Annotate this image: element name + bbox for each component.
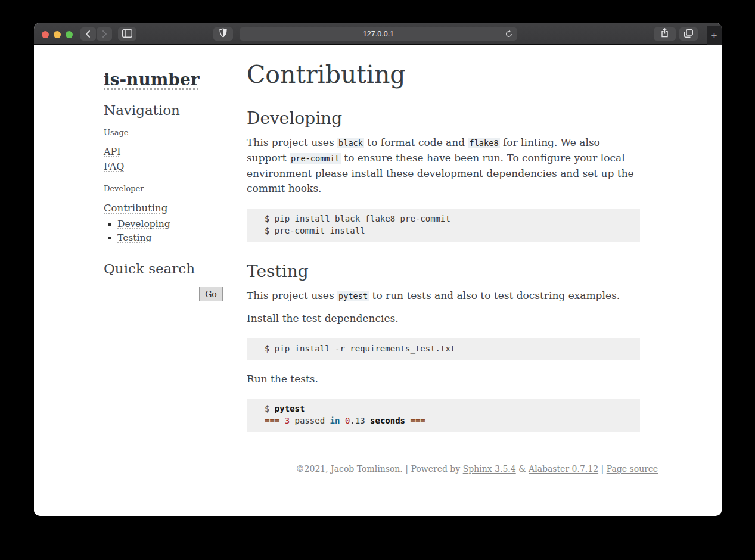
sidebar-item-contributing: Contributing — [104, 201, 223, 216]
new-tab-button[interactable]: + — [707, 26, 722, 45]
inline-code-pre-commit: pre-commit — [290, 153, 341, 164]
text-run: to format code and — [364, 136, 468, 148]
address-bar[interactable]: 127.0.0.1 — [240, 27, 517, 41]
pytest-token: === — [265, 416, 285, 425]
developing-link[interactable]: Developing — [117, 219, 170, 229]
sidebar-item-faq: FAQ — [104, 159, 223, 174]
pytest-token — [340, 416, 344, 425]
project-logo: is-number — [104, 70, 223, 89]
zoom-button[interactable] — [66, 31, 73, 38]
back-button[interactable] — [80, 27, 96, 41]
sidebar-caption-developer: Developer — [104, 184, 223, 193]
tab-overview-button[interactable] — [679, 27, 698, 41]
sphinx-link[interactable]: Sphinx 3.5.4 — [463, 464, 516, 474]
footer-text: | — [598, 464, 607, 474]
sidebar-toggle-button[interactable] — [118, 27, 136, 41]
sidebar-item-testing: Testing — [117, 231, 223, 245]
docs-content: Contributing Developing This project use… — [229, 59, 658, 444]
navigation-heading: Navigation — [104, 102, 223, 118]
forward-button[interactable] — [97, 27, 112, 41]
developing-heading: Developing — [247, 108, 640, 128]
faq-link[interactable]: FAQ — [104, 161, 124, 172]
shield-icon — [219, 28, 227, 40]
contributing-subnav: Developing Testing — [104, 217, 223, 244]
page-source-link[interactable]: Page source — [607, 464, 658, 474]
reload-icon[interactable] — [505, 30, 513, 40]
pytest-token: passed — [290, 416, 330, 425]
pytest-token: seconds — [370, 416, 405, 425]
pytest-token: 3 — [285, 416, 290, 425]
browser-toolbar: 127.0.0.1 + — [34, 23, 722, 45]
inline-code-flake8: flake8 — [468, 138, 499, 148]
install-deps-paragraph: Install the test dependencies. — [247, 311, 640, 326]
plus-icon: + — [711, 30, 717, 42]
inline-code-pytest: pytest — [337, 291, 369, 301]
text-run: This project uses — [247, 290, 337, 301]
text-run: to run tests and also to test docstring … — [369, 290, 620, 301]
code-block-pytest: $ pytest === 3 passed in 0.13 seconds ==… — [247, 399, 640, 432]
share-icon — [661, 28, 669, 40]
share-button[interactable] — [654, 27, 676, 41]
pytest-token: .13 — [350, 416, 370, 425]
privacy-shield-button[interactable] — [213, 27, 233, 41]
docs-sidebar: is-number Navigation Usage API FAQ Devel… — [98, 59, 229, 444]
inline-code-black: black — [337, 138, 364, 148]
desktop-background: 127.0.0.1 + — [0, 0, 755, 560]
browser-window: 127.0.0.1 + — [34, 23, 722, 516]
testing-link[interactable]: Testing — [117, 232, 151, 243]
footer-text: & — [516, 464, 529, 474]
alabaster-link[interactable]: Alabaster 0.7.12 — [529, 464, 598, 474]
testing-paragraph: This project uses pytest to run tests an… — [247, 288, 640, 304]
sidebar-item-api: API — [104, 144, 223, 159]
text-run: This project uses — [247, 136, 337, 148]
web-page: is-number Navigation Usage API FAQ Devel… — [34, 45, 722, 515]
quick-search-heading: Quick search — [104, 261, 223, 276]
page-title: Contributing — [247, 60, 640, 89]
search-input[interactable] — [104, 287, 197, 301]
pytest-token: in — [330, 416, 340, 425]
sidebar-caption-usage: Usage — [104, 128, 223, 137]
chevron-left-icon — [85, 29, 91, 40]
minimize-button[interactable] — [54, 31, 61, 38]
developing-paragraph: This project uses black to format code a… — [247, 135, 640, 197]
code-block-install-dev: $ pip install black flake8 pre-commit $ … — [247, 209, 640, 242]
close-button[interactable] — [42, 31, 49, 38]
pytest-prompt: $ — [265, 404, 275, 413]
testing-heading: Testing — [247, 262, 640, 281]
search-form: Go — [104, 287, 223, 301]
code-block-install-test: $ pip install -r requirements_test.txt — [247, 338, 640, 360]
project-home-link[interactable]: is-number — [104, 70, 200, 89]
search-go-button[interactable]: Go — [199, 287, 223, 301]
page-footer: ©2021, Jacob Tomlinson. | Powered by Sph… — [98, 464, 658, 474]
pytest-command: pytest — [275, 404, 305, 413]
url-text: 127.0.0.1 — [363, 30, 394, 38]
sidebar-usage-links: API FAQ — [104, 144, 223, 174]
copyright-text: ©2021, Jacob Tomlinson. | Powered by — [296, 464, 463, 474]
document: is-number Navigation Usage API FAQ Devel… — [98, 45, 658, 444]
run-tests-paragraph: Run the tests. — [247, 372, 640, 387]
traffic-lights — [42, 31, 73, 38]
contributing-link[interactable]: Contributing — [104, 203, 167, 214]
tab-overview-icon — [684, 29, 693, 40]
api-link[interactable]: API — [104, 146, 121, 157]
chevron-right-icon — [101, 29, 107, 40]
sidebar-toggle-icon — [122, 29, 132, 40]
pytest-token: === — [405, 416, 425, 425]
sidebar-item-developing: Developing — [117, 217, 223, 231]
